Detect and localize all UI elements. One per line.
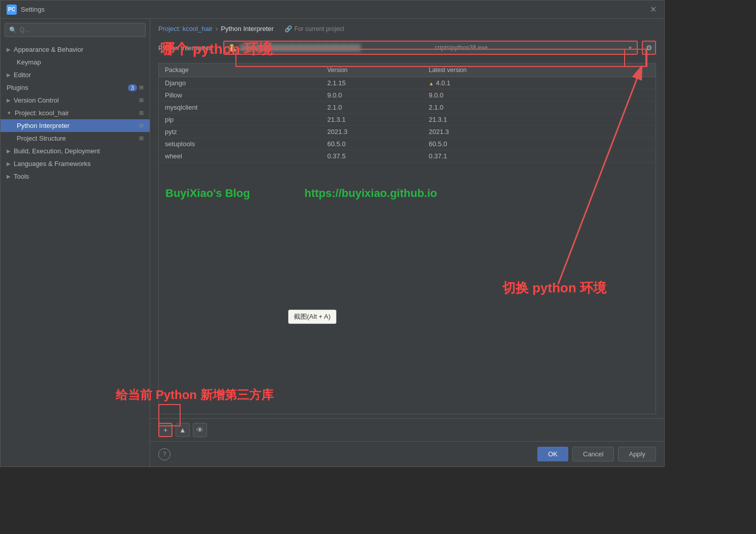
copy-icon: ⊞ xyxy=(139,135,144,142)
sidebar-item-appearance[interactable]: ▶ Appearance & Behavior xyxy=(1,43,150,56)
settings-dialog: PC Settings ✕ 🔍 ▶ Appearance & Behavior … xyxy=(0,0,665,467)
ok-button[interactable]: OK xyxy=(537,447,568,461)
breadcrumb-project[interactable]: Project: kcool_hair xyxy=(158,25,213,32)
package-latest: 21.3.1 xyxy=(423,116,656,123)
breadcrumb: Project: kcool_hair › Python Interpreter… xyxy=(150,19,664,37)
package-latest: 2.1.0 xyxy=(423,104,656,111)
help-icon: ? xyxy=(163,451,166,458)
breadcrumb-separator: › xyxy=(216,25,218,32)
cancel-button[interactable]: Cancel xyxy=(572,447,614,461)
interpreter-path: cripts\python38.exe xyxy=(435,44,626,51)
dialog-footer: ? OK Cancel Apply xyxy=(150,441,664,466)
col-version: Version xyxy=(321,66,423,74)
sidebar-item-project-structure[interactable]: Project Structure ⊞ xyxy=(1,132,150,145)
gear-button[interactable]: ⚙ xyxy=(642,41,656,55)
plugins-badge: 3 xyxy=(128,84,137,91)
sidebar-item-keymap[interactable]: Keymap xyxy=(1,56,150,69)
dropdown-arrow-icon: ▼ xyxy=(628,45,633,51)
package-latest: 2021.3 xyxy=(423,128,656,136)
footer-left: ? xyxy=(158,448,533,460)
app-icon: PC xyxy=(7,5,17,15)
package-latest: 9.0.0 xyxy=(423,91,656,99)
sidebar-item-python-interpreter[interactable]: Python Interpreter ⊞ xyxy=(1,119,150,132)
interpreter-select[interactable]: 🐍 ████████████████████████████ cripts\py… xyxy=(223,41,638,55)
package-version: 2.1.15 xyxy=(321,79,423,87)
breadcrumb-project-link[interactable]: 🔗 For current project xyxy=(285,25,344,32)
expand-arrow: ▶ xyxy=(7,47,11,52)
python-icon: 🐍 xyxy=(228,44,237,52)
package-name: Django xyxy=(159,79,321,87)
sidebar-item-label: Plugins xyxy=(7,84,126,91)
table-row[interactable]: mysqlclient 2.1.0 2.1.0 xyxy=(159,102,656,114)
breadcrumb-current: Python Interpreter xyxy=(221,25,273,32)
expand-arrow: ▶ xyxy=(7,161,11,166)
package-version: 21.3.1 xyxy=(321,116,423,123)
package-version: 2021.3 xyxy=(321,128,423,136)
sidebar-item-label: Editor xyxy=(14,71,144,79)
package-name: pytz xyxy=(159,128,321,136)
package-version: 0.37.5 xyxy=(321,152,423,160)
package-version: 2.1.0 xyxy=(321,104,423,111)
sidebar: 🔍 ▶ Appearance & Behavior Keymap ▶ Edito… xyxy=(1,19,150,466)
sidebar-items: ▶ Appearance & Behavior Keymap ▶ Editor … xyxy=(1,41,150,466)
table-header: Package Version Latest version xyxy=(159,63,656,77)
upgrade-button[interactable]: ▲ xyxy=(176,423,190,437)
package-name: wheel xyxy=(159,152,321,160)
copy-icon: ⊞ xyxy=(139,84,144,91)
expand-arrow: ▶ xyxy=(7,148,11,154)
sidebar-item-editor[interactable]: ▶ Editor xyxy=(1,69,150,81)
sidebar-item-build[interactable]: ▶ Build, Execution, Deployment xyxy=(1,145,150,157)
sidebar-item-label: Languages & Frameworks xyxy=(14,160,144,168)
sidebar-item-languages[interactable]: ▶ Languages & Frameworks xyxy=(1,157,150,170)
up-arrow-icon: ▲ xyxy=(179,426,186,434)
sidebar-item-project[interactable]: ▼ Project: kcool_hair ⊞ xyxy=(1,107,150,119)
search-icon: 🔍 xyxy=(9,26,17,34)
sidebar-item-label: Build, Execution, Deployment xyxy=(14,147,144,155)
sidebar-item-label: Appearance & Behavior xyxy=(14,46,142,53)
table-row[interactable]: pytz 2021.3 2021.3 xyxy=(159,126,656,138)
expand-arrow: ▼ xyxy=(7,110,12,116)
table-row[interactable]: wheel 0.37.5 0.37.1 xyxy=(159,150,656,162)
sidebar-item-label: Project Structure xyxy=(17,135,137,142)
package-latest: 60.5.0 xyxy=(423,140,656,148)
help-button[interactable]: ? xyxy=(158,448,170,460)
eye-icon: 👁 xyxy=(196,426,203,434)
package-version: 60.5.0 xyxy=(321,140,423,148)
main-content: Project: kcool_hair › Python Interpreter… xyxy=(150,19,664,466)
expand-arrow: ▶ xyxy=(7,72,11,78)
interpreter-label: Python Interpreter: xyxy=(158,44,219,52)
sidebar-item-tools[interactable]: ▶ Tools xyxy=(1,170,150,183)
packages-table: Package Version Latest version Django 2.… xyxy=(158,63,656,414)
col-package: Package xyxy=(159,66,321,74)
sidebar-item-plugins[interactable]: Plugins 3 ⊞ xyxy=(1,81,150,94)
dialog-title: Settings xyxy=(21,6,648,13)
package-version: 9.0.0 xyxy=(321,91,423,99)
package-name: Pillow xyxy=(159,91,321,99)
package-latest: 0.37.1 xyxy=(423,152,656,160)
sidebar-item-label: Keymap xyxy=(17,58,144,66)
copy-icon: ⊞ xyxy=(139,97,144,104)
package-name: mysqlclient xyxy=(159,104,321,111)
table-row[interactable]: pip 21.3.1 21.3.1 xyxy=(159,114,656,126)
sidebar-item-label: Project: kcool_hair xyxy=(15,109,137,117)
table-body: Django 2.1.15 ▲4.0.1 Pillow 9.0.0 9.0.0 … xyxy=(159,77,656,414)
project-link-text: For current project xyxy=(294,25,344,32)
show-early-button[interactable]: 👁 xyxy=(193,423,207,437)
table-row[interactable]: Django 2.1.15 ▲4.0.1 xyxy=(159,77,656,89)
package-name: setuptools xyxy=(159,140,321,148)
close-button[interactable]: ✕ xyxy=(648,5,658,15)
interpreter-row: Python Interpreter: 🐍 ██████████████████… xyxy=(150,37,664,59)
table-row[interactable]: setuptools 60.5.0 60.5.0 xyxy=(159,138,656,150)
add-package-button[interactable]: + xyxy=(158,423,173,437)
apply-button[interactable]: Apply xyxy=(618,447,656,461)
sidebar-item-version-control[interactable]: ▶ Version Control ⊞ xyxy=(1,94,150,107)
title-bar: PC Settings ✕ xyxy=(1,1,664,19)
table-row[interactable]: Pillow 9.0.0 9.0.0 xyxy=(159,89,656,102)
expand-arrow: ▶ xyxy=(7,174,11,179)
search-input[interactable] xyxy=(20,26,141,34)
interpreter-path-blurred: ████████████████████████████ xyxy=(240,44,431,51)
search-box[interactable]: 🔍 xyxy=(5,23,146,37)
sidebar-item-label: Version Control xyxy=(14,96,137,104)
gear-icon: ⚙ xyxy=(646,44,652,52)
col-latest: Latest version xyxy=(423,66,656,74)
